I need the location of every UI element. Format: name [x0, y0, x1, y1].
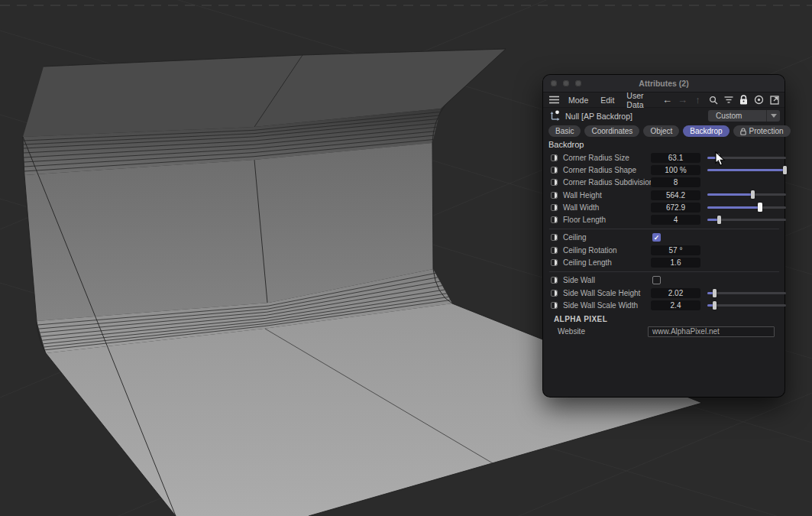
- value-field[interactable]: 63.1: [651, 153, 700, 163]
- forward-arrow-icon[interactable]: →: [678, 95, 687, 105]
- checkbox-checked[interactable]: ✓: [652, 233, 661, 242]
- checkbox-unchecked[interactable]: [652, 276, 661, 284]
- slider-track[interactable]: [707, 304, 786, 307]
- record-target-icon[interactable]: [754, 95, 764, 105]
- value-field[interactable]: 2.02: [651, 288, 700, 298]
- value-field[interactable]: 1.6: [651, 258, 700, 268]
- animatable-param-icon[interactable]: [551, 302, 558, 309]
- param-slider[interactable]: [707, 289, 786, 297]
- preset-dropdown[interactable]: Custom: [708, 110, 780, 122]
- param-row: Ceiling✓: [548, 232, 780, 244]
- param-row: Corner Radius Subdivisions8: [548, 177, 780, 189]
- param-label: Corner Radius Subdivisions: [563, 178, 657, 187]
- value-field[interactable]: 4: [651, 215, 700, 225]
- param-slider[interactable]: [707, 203, 786, 212]
- animatable-param-icon[interactable]: [551, 192, 558, 199]
- lock-icon[interactable]: [739, 95, 749, 105]
- value-field[interactable]: 672.9: [651, 203, 700, 213]
- close-window-button[interactable]: [551, 80, 557, 86]
- animatable-param-icon[interactable]: [551, 277, 558, 284]
- param-slider[interactable]: [707, 166, 786, 174]
- tab-label: Protection: [749, 127, 784, 135]
- slider-fill: [707, 193, 752, 196]
- minimize-window-button[interactable]: [563, 80, 569, 86]
- slider-handle[interactable]: [751, 190, 755, 199]
- app-root: { "viewport": { "type": "3d-perspective-…: [0, 0, 812, 516]
- param-row: Floor Length4: [548, 213, 780, 226]
- tab-label: Basic: [555, 127, 574, 135]
- animatable-param-icon[interactable]: [551, 247, 558, 254]
- param-row: Corner Radius Shape100 %: [548, 164, 780, 176]
- param-row: Side Wall Scale Height2.02: [548, 287, 780, 299]
- value-field[interactable]: 57 °: [651, 245, 700, 255]
- panel-titlebar[interactable]: Attributes (2): [543, 75, 785, 92]
- hamburger-menu-icon[interactable]: [549, 96, 559, 104]
- animatable-param-icon[interactable]: [551, 216, 558, 223]
- chevron-down-icon: [766, 110, 780, 122]
- param-slider[interactable]: [707, 301, 786, 310]
- section-header-backdrop[interactable]: Backdrop: [543, 138, 785, 151]
- animatable-param-icon[interactable]: [551, 234, 558, 241]
- param-row: Wall Height564.2: [548, 189, 780, 201]
- param-label: Wall Height: [563, 191, 602, 200]
- param-label: Wall Width: [563, 203, 599, 212]
- tab-backdrop[interactable]: Backdrop: [683, 125, 729, 137]
- menu-mode[interactable]: Mode: [568, 96, 588, 105]
- param-label: Ceiling Rotation: [563, 246, 617, 255]
- slider-handle[interactable]: [783, 166, 787, 174]
- param-row: Side Wall Scale Width2.4: [548, 299, 780, 311]
- tab-coordinates[interactable]: Coordinates: [584, 125, 639, 137]
- group-divider: [549, 229, 779, 229]
- value-field[interactable]: 2.4: [651, 300, 700, 310]
- slider-track[interactable]: [707, 292, 786, 294]
- vendor-heading: ALPHA PIXEL: [543, 313, 785, 326]
- animatable-param-icon[interactable]: [551, 259, 558, 266]
- param-row: Corner Radius Size63.1: [548, 151, 780, 164]
- tab-label: Coordinates: [591, 127, 632, 135]
- tab-basic[interactable]: Basic: [548, 125, 581, 137]
- preset-dropdown-value: Custom: [708, 112, 766, 120]
- parameters: Corner Radius Size63.1Corner Radius Shap…: [543, 151, 785, 312]
- slider-handle[interactable]: [717, 216, 721, 224]
- slider-fill: [707, 169, 785, 171]
- object-name: Null [AP Backdrop]: [565, 112, 632, 121]
- value-field[interactable]: 564.2: [651, 190, 700, 200]
- param-label: Side Wall: [563, 276, 595, 284]
- slider-handle[interactable]: [713, 301, 717, 310]
- animatable-param-icon[interactable]: [551, 290, 558, 297]
- attributes-panel: Attributes (2) Mode Edit User Data ← → ↑: [543, 75, 785, 397]
- param-label: Ceiling: [563, 233, 587, 242]
- slider-handle[interactable]: [713, 289, 717, 297]
- menu-user-data[interactable]: User Data: [626, 91, 650, 109]
- value-field[interactable]: 8: [651, 177, 700, 187]
- filter-icon[interactable]: [723, 95, 733, 105]
- param-label: Corner Radius Size: [563, 154, 629, 162]
- up-arrow-icon[interactable]: ↑: [693, 95, 703, 105]
- tab-object[interactable]: Object: [643, 125, 679, 137]
- slider-handle[interactable]: [758, 203, 762, 212]
- animatable-param-icon[interactable]: [551, 154, 558, 161]
- animatable-param-icon[interactable]: [551, 179, 558, 186]
- param-row: Side Wall: [548, 274, 780, 287]
- param-row: Ceiling Rotation57 °: [548, 244, 780, 256]
- website-label: Website: [558, 327, 585, 336]
- search-icon[interactable]: [708, 95, 718, 105]
- back-arrow-icon[interactable]: ←: [662, 95, 672, 105]
- param-slider[interactable]: [707, 190, 786, 199]
- param-label: Ceiling Length: [563, 258, 612, 267]
- mouse-cursor: [715, 151, 726, 167]
- website-field[interactable]: www.AlphaPixel.net: [648, 326, 775, 337]
- tab-bar: BasicCoordinatesObjectBackdropProtection: [543, 124, 785, 138]
- param-row: Ceiling Length1.6: [548, 256, 780, 268]
- tab-label: Backdrop: [690, 127, 722, 135]
- tab-protection[interactable]: Protection: [733, 125, 791, 137]
- tab-label: Object: [650, 127, 672, 135]
- new-window-icon[interactable]: [769, 95, 779, 105]
- animatable-param-icon[interactable]: [551, 167, 558, 174]
- zoom-window-button[interactable]: [575, 80, 581, 86]
- menu-edit[interactable]: Edit: [600, 96, 614, 105]
- param-label: Floor Length: [563, 216, 606, 224]
- value-field[interactable]: 100 %: [651, 165, 700, 175]
- param-slider[interactable]: [707, 216, 786, 224]
- animatable-param-icon[interactable]: [551, 204, 558, 211]
